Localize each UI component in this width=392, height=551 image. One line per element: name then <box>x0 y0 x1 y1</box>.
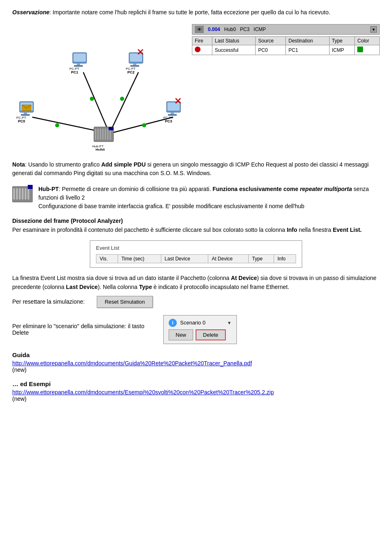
col-source: Source <box>256 37 286 45</box>
event-list-container: Event List Vis. Time (sec) Last Device A… <box>90 240 302 268</box>
packet-table: Fire Last Status Source Destination Type… <box>192 36 380 55</box>
svg-rect-41 <box>100 129 101 140</box>
col-status: Last Status <box>212 37 255 45</box>
esempi-title: … ed Esempi <box>12 380 380 387</box>
svg-point-5 <box>90 97 94 101</box>
note-section: Nota: Usando lo strumento grafico Add si… <box>12 160 380 178</box>
svg-rect-52 <box>19 188 21 200</box>
svg-rect-46 <box>109 127 114 130</box>
note-text: Nota: Usando lo strumento grafico Add si… <box>12 160 380 178</box>
observation-text: Osservazione: Importante notare come l'h… <box>12 8 380 17</box>
svg-rect-24 <box>133 63 136 65</box>
svg-point-6 <box>120 97 124 101</box>
hubpt-svg-icon <box>12 185 33 204</box>
observation-block: Osservazione: Importante notare come l'h… <box>12 8 380 17</box>
svg-rect-39 <box>95 129 96 140</box>
dissezione-title: Dissezione del frame (Protocol Analyzer) <box>12 218 123 224</box>
svg-text:Hub0: Hub0 <box>96 148 105 151</box>
note-bold: Add simple PDU <box>101 161 146 168</box>
svg-rect-33 <box>168 114 176 116</box>
scenario-buttons: New Delete <box>169 329 232 340</box>
event-col-vis: Vis. <box>96 254 118 263</box>
event-col-time: Time (sec) <box>118 254 161 263</box>
reset-button[interactable]: Reset Simulation <box>97 296 152 308</box>
reset-label: Per resettare la simulazione: <box>12 298 85 305</box>
packet-hub: Hub0 <box>224 27 236 32</box>
guida-section: Guida http://www.ettorepanella.com/dmdoc… <box>12 351 380 373</box>
svg-rect-44 <box>107 129 109 140</box>
guida-link[interactable]: http://www.ettorepanella.com/dmdocuments… <box>12 360 252 367</box>
svg-line-2 <box>109 72 138 133</box>
svg-point-4 <box>55 123 59 127</box>
observation-label: Osservazione <box>12 9 49 16</box>
svg-rect-54 <box>24 188 27 200</box>
event-list-title: Event List <box>96 245 296 251</box>
svg-rect-53 <box>22 188 24 200</box>
packet-row[interactable]: Successful PC0 PC1 ICMP <box>192 45 380 55</box>
hubpt-bold1: Funziona esclusivamente come <box>212 186 300 192</box>
svg-line-1 <box>83 72 109 133</box>
scenario-section: Per eliminare lo "scenario" della simula… <box>12 315 380 344</box>
svg-rect-32 <box>171 112 174 114</box>
scenario-header: i Scenario 0 ▼ <box>169 319 232 327</box>
packet-dest: PC3 <box>240 27 249 32</box>
svg-point-7 <box>142 123 146 127</box>
esempi-new-label: (new) <box>12 395 27 402</box>
col-destination: Destination <box>286 37 329 45</box>
col-fire: Fire <box>192 37 212 45</box>
network-svg: PC-PT PC0 PC-PT PC1 PC-PT <box>12 24 184 151</box>
new-scenario-button[interactable]: New <box>169 329 193 340</box>
col-color: Color <box>355 37 380 45</box>
svg-rect-19 <box>74 65 82 67</box>
pc1-device: PC-PT PC1 <box>69 53 87 74</box>
esempi-section: … ed Esempi http://www.ettorepanella.com… <box>12 380 380 402</box>
svg-rect-42 <box>102 129 104 140</box>
svg-rect-43 <box>105 129 106 140</box>
packet-protocol: ICMP <box>254 27 266 32</box>
event-col-type: Type <box>249 254 274 263</box>
event-list-box: Event List Vis. Time (sec) Last Device A… <box>90 240 302 268</box>
fire-dot <box>195 47 200 52</box>
svg-rect-11 <box>24 112 27 114</box>
type-cell: ICMP <box>329 45 355 55</box>
scenario-box: i Scenario 0 ▼ New Delete <box>163 315 237 344</box>
guida-new-label: (new) <box>12 367 27 373</box>
svg-rect-45 <box>109 129 111 140</box>
packet-time: 0.004 <box>208 27 220 32</box>
hubpt-italic1: repeater multiporta <box>300 186 352 192</box>
svg-rect-18 <box>77 63 80 65</box>
col-type: Type <box>329 37 355 45</box>
scenario-name: Scenario 0 <box>180 320 224 326</box>
eye-icon: 👁 <box>195 26 204 33</box>
event-col-last: Last Device <box>161 254 208 263</box>
svg-rect-25 <box>131 65 139 67</box>
network-diagram: PC-PT PC0 PC-PT PC1 PC-PT <box>12 24 184 151</box>
hubpt-icon <box>12 185 33 204</box>
delete-scenario-button[interactable]: Delete <box>196 329 226 340</box>
svg-text:PC2: PC2 <box>127 70 135 74</box>
status-cell: Successful <box>212 45 255 55</box>
event-col-info: Info <box>274 254 296 263</box>
dropdown-arrow-icon[interactable]: ▼ <box>227 320 232 325</box>
dissezione-section: Dissezione del frame (Protocol Analyzer)… <box>12 216 380 235</box>
hub0-device: Hub-PT Hub0 <box>92 127 114 151</box>
finestra-text-block: La finestra Event List mostra sia dove s… <box>12 273 380 292</box>
esempi-link[interactable]: http://www.ettorepanella.com/dmdocuments… <box>12 389 274 395</box>
packet-info-bar: 👁 0.004 Hub0 PC3 ICMP ▼ <box>192 24 380 35</box>
event-col-at: At Device <box>208 254 249 263</box>
svg-rect-23 <box>130 53 142 62</box>
network-diagram-container: PC-PT PC0 PC-PT PC1 PC-PT <box>12 24 380 151</box>
expand-button[interactable]: ▼ <box>370 26 377 33</box>
svg-text:PC1: PC1 <box>71 70 78 74</box>
svg-rect-12 <box>21 114 29 116</box>
pc3-device: PC-PT PC3 <box>163 98 180 123</box>
color-cell <box>355 45 380 55</box>
fire-cell <box>192 45 212 55</box>
svg-rect-51 <box>16 188 18 200</box>
svg-rect-55 <box>27 188 29 200</box>
hubpt-description: Hub-PT: Permette di creare un dominio di… <box>38 185 380 211</box>
hubpt-config: Configurazione di base tramite interfacc… <box>38 202 380 211</box>
destination-cell: PC1 <box>286 45 329 55</box>
packet-table-area: 👁 0.004 Hub0 PC3 ICMP ▼ Fire Last Status… <box>192 24 380 55</box>
note-label: Nota <box>12 161 25 168</box>
